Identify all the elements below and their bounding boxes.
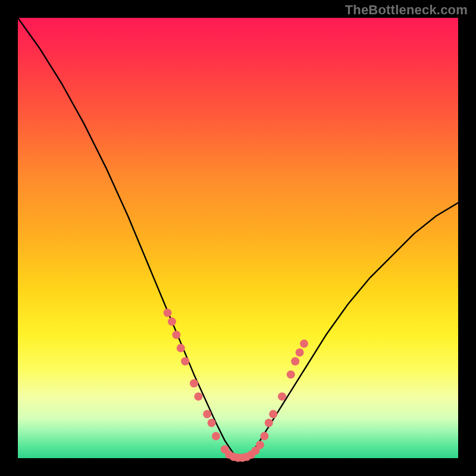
marker-dot (168, 318, 176, 326)
marker-dot (190, 379, 198, 387)
bottleneck-curve (18, 18, 458, 458)
marker-dot (164, 309, 172, 317)
watermark-text: TheBottleneck.com (345, 2, 468, 18)
marker-dot (177, 344, 185, 352)
marker-dot (265, 419, 273, 427)
marker-dot (256, 441, 264, 449)
marker-dot (208, 419, 216, 427)
marker-dot (212, 432, 220, 440)
marker-dot (296, 348, 304, 356)
chart-frame: TheBottleneck.com (0, 0, 476, 476)
highlighted-points (164, 309, 308, 462)
marker-dot (300, 340, 308, 348)
marker-dot (181, 357, 189, 365)
chart-svg (18, 18, 458, 458)
marker-dot (278, 392, 286, 400)
marker-dot (291, 357, 299, 365)
marker-dot (194, 392, 202, 400)
marker-dot (203, 410, 211, 418)
marker-dot (260, 432, 268, 440)
marker-dot (269, 410, 277, 418)
marker-dot (172, 331, 180, 339)
marker-dot (287, 370, 295, 378)
plot-area (18, 18, 458, 458)
